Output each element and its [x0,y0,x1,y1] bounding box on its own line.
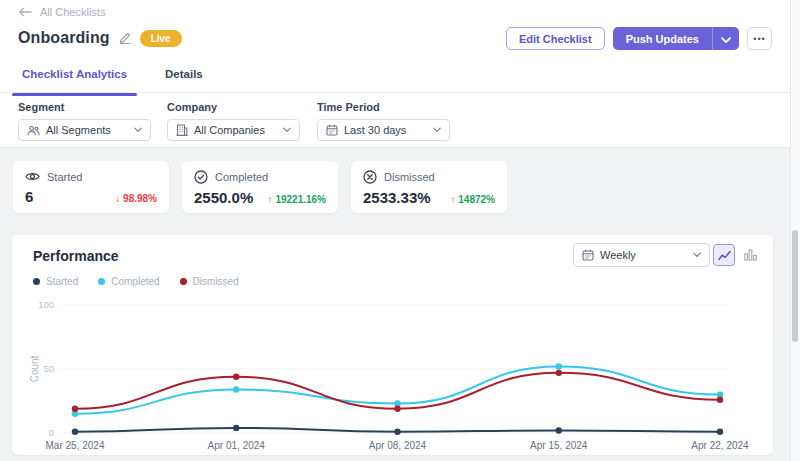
x-circle-icon [363,170,377,184]
stat-card-completed: Completed 2550.0% ↑ 19221.16% [182,161,338,213]
stat-value: 2550.0% [194,189,253,206]
performance-panel: 050100CountMar 25, 2024Apr 01, 2024Apr 0… [12,235,773,455]
stat-change: ↓ 98.98% [115,193,157,204]
scrollbar-track [790,0,800,461]
data-point-dismissed [556,370,562,376]
header: All Checklists Onboarding Live Edit Chec… [0,0,800,148]
performance-title: Performance [33,248,119,264]
performance-chart: 050100CountMar 25, 2024Apr 01, 2024Apr 0… [12,235,773,455]
title-row: Onboarding Live [18,29,182,47]
legend-item-started[interactable]: Started [33,276,78,287]
status-badge: Live [140,30,182,47]
tabs: Checklist Analytics Details [18,66,207,92]
tab-checklist-analytics[interactable]: Checklist Analytics [18,66,131,92]
filter-time-period: Time Period Last 30 days [317,101,450,141]
data-point-started [717,429,723,435]
breadcrumb-label: All Checklists [40,6,105,18]
frequency-dropdown-value: Weekly [600,249,687,261]
check-circle-icon [194,170,208,184]
arrow-up-icon: ↑ [268,194,273,205]
bar-chart-icon [744,249,757,261]
data-point-started [233,425,239,431]
chevron-down-icon [433,127,441,133]
calendar-icon [326,124,338,136]
data-point-dismissed [717,397,723,403]
push-updates-caret[interactable] [713,27,739,50]
calendar-icon [582,249,594,261]
y-tick-label: 100 [38,299,54,310]
breadcrumb-back[interactable]: All Checklists [18,6,105,18]
x-tick-label: Apr 22, 2024 [691,440,749,451]
building-icon [176,124,188,136]
page-title: Onboarding [18,29,110,47]
company-dropdown[interactable]: All Companies [167,119,300,141]
legend-dot-icon [98,278,105,285]
header-actions: Edit Checklist Push Updates ••• [506,27,772,50]
edit-checklist-button[interactable]: Edit Checklist [506,27,605,50]
tabs-divider [0,92,800,93]
eye-icon [25,170,40,183]
stat-change: ↑ 19221.16% [268,194,326,205]
frequency-dropdown[interactable]: Weekly [573,243,710,267]
chevron-down-icon [721,30,731,48]
data-point-completed [556,363,562,369]
arrow-up-icon: ↑ [451,194,456,205]
filter-segment-label: Segment [18,101,151,113]
users-icon [27,125,40,136]
line-chart-icon [718,250,731,261]
data-point-dismissed [233,373,239,379]
time-period-dropdown-value: Last 30 days [344,124,427,136]
legend-label: Dismissed [193,276,239,287]
filter-company: Company All Companies [167,101,300,141]
x-tick-label: Apr 01, 2024 [208,440,266,451]
legend-item-completed[interactable]: Completed [98,276,159,287]
chevron-down-icon [693,252,701,258]
company-dropdown-value: All Companies [194,124,277,136]
stat-label: Dismissed [384,171,435,183]
legend-dot-icon [180,278,187,285]
more-options-button[interactable]: ••• [747,27,772,50]
legend-label: Started [46,276,78,287]
stat-label: Completed [215,171,268,183]
y-tick-label: 0 [49,427,54,438]
scrollbar-thumb[interactable] [792,230,798,342]
data-point-dismissed [72,405,78,411]
push-updates-split-button: Push Updates [613,27,739,50]
data-point-started [556,427,562,433]
bar-chart-toggle[interactable] [739,244,761,266]
line-chart-toggle[interactable] [713,244,735,266]
filter-segment: Segment All Segments [18,101,151,141]
data-point-started [72,429,78,435]
x-tick-label: Mar 25, 2024 [46,440,105,451]
legend-item-dismissed[interactable]: Dismissed [180,276,239,287]
arrow-left-icon [18,6,32,18]
stat-value: 6 [25,188,33,205]
legend-dot-icon [33,278,40,285]
y-tick-label: 50 [43,363,54,374]
chevron-down-icon [134,127,142,133]
segment-dropdown[interactable]: All Segments [18,119,151,141]
data-point-dismissed [394,405,400,411]
time-period-dropdown[interactable]: Last 30 days [317,119,450,141]
data-point-started [394,429,400,435]
data-point-completed [233,386,239,392]
tab-details[interactable]: Details [161,66,207,92]
stat-card-started: Started 6 ↓ 98.98% [13,161,169,213]
chart-legend: StartedCompletedDismissed [33,276,239,287]
x-tick-label: Apr 08, 2024 [369,440,427,451]
stat-label: Started [47,171,82,183]
y-axis-label: Count [29,355,40,382]
arrow-down-icon: ↓ [115,193,120,204]
chevron-down-icon [283,127,291,133]
stat-card-dismissed: Dismissed 2533.33% ↑ 14872% [351,161,507,213]
stat-change: ↑ 14872% [451,194,495,205]
segment-dropdown-value: All Segments [46,124,128,136]
push-updates-button[interactable]: Push Updates [613,27,712,50]
checklist-analytics-page: All Checklists Onboarding Live Edit Chec… [0,0,800,461]
legend-label: Completed [111,276,159,287]
x-tick-label: Apr 15, 2024 [530,440,588,451]
pencil-icon[interactable] [119,32,131,44]
stat-value: 2533.33% [363,189,431,206]
filter-time-period-label: Time Period [317,101,450,113]
frequency-dropdown-wrap: Weekly [573,243,710,267]
